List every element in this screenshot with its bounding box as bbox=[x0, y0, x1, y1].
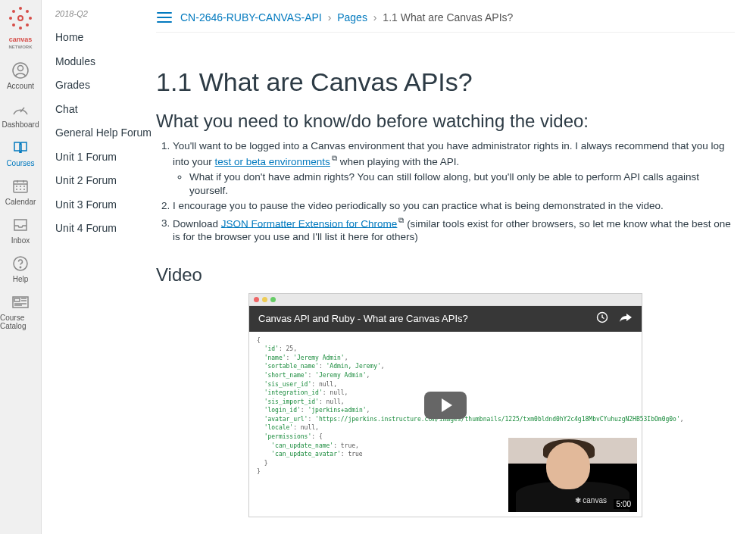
calendar-icon bbox=[11, 178, 30, 195]
window-close-dot bbox=[254, 297, 259, 302]
page-title: 1.1 What are Canvas APIs? bbox=[156, 67, 735, 97]
sidebar-item-general-help[interactable]: General Help Forum bbox=[55, 121, 152, 145]
inbox-icon bbox=[11, 217, 30, 233]
nav-courses[interactable]: Courses bbox=[0, 133, 41, 172]
video-heading: Video bbox=[156, 264, 735, 286]
global-nav: canvasNETWORK Account Dashboard Courses … bbox=[0, 0, 42, 534]
sidebar-item-unit2[interactable]: Unit 2 Forum bbox=[55, 169, 152, 193]
svg-point-0 bbox=[19, 7, 22, 10]
svg-rect-15 bbox=[14, 298, 20, 301]
nav-catalog[interactable]: Course Catalog bbox=[0, 288, 41, 335]
video-embed[interactable]: Canvas API and Ruby - What are Canvas AP… bbox=[248, 293, 642, 517]
user-circle-icon bbox=[11, 62, 30, 79]
sidebar-item-unit3[interactable]: Unit 3 Forum bbox=[55, 193, 152, 217]
crumb-course[interactable]: CN-2646-RUBY-CANVAS-API bbox=[180, 11, 322, 23]
sidebar-item-chat[interactable]: Chat bbox=[55, 98, 152, 122]
sidebar-item-modules[interactable]: Modules bbox=[55, 50, 152, 74]
preamble-heading: What you need to know/do before watching… bbox=[156, 111, 735, 132]
list-item: You'll want to be logged into a Canvas e… bbox=[173, 139, 735, 198]
nav-inbox[interactable]: Inbox bbox=[0, 211, 41, 249]
top-bar: CN-2646-RUBY-CANVAS-API › Pages › 1.1 Wh… bbox=[156, 0, 735, 33]
main-content: CN-2646-RUBY-CANVAS-API › Pages › 1.1 Wh… bbox=[152, 0, 756, 534]
course-term: 2018-Q2 bbox=[55, 9, 152, 18]
sidebar-item-unit4[interactable]: Unit 4 Forum bbox=[55, 217, 152, 241]
help-icon bbox=[11, 255, 30, 272]
hamburger-icon[interactable] bbox=[156, 11, 173, 24]
svg-point-2 bbox=[9, 17, 12, 20]
svg-point-3 bbox=[29, 17, 32, 20]
crumb-pages[interactable]: Pages bbox=[337, 11, 367, 23]
preamble-content: You'll want to be logged into a Canvas e… bbox=[156, 139, 735, 245]
watch-later-icon[interactable] bbox=[596, 311, 608, 326]
canvas-shirt-logo: canvas bbox=[575, 496, 607, 504]
breadcrumb: CN-2646-RUBY-CANVAS-API › Pages › 1.1 Wh… bbox=[180, 11, 513, 23]
catalog-icon bbox=[11, 294, 30, 311]
video-presenter-pip: canvas 5:00 bbox=[508, 438, 637, 512]
canvas-logo bbox=[5, 3, 36, 33]
svg-point-13 bbox=[20, 267, 20, 267]
external-link-icon: ⧉ bbox=[332, 154, 337, 162]
video-title-bar: Canvas API and Ruby - What are Canvas AP… bbox=[249, 306, 642, 332]
window-max-dot bbox=[270, 297, 276, 302]
svg-point-10 bbox=[18, 66, 23, 71]
speedometer-icon bbox=[11, 101, 30, 117]
svg-point-7 bbox=[26, 23, 29, 27]
browser-chrome bbox=[249, 294, 642, 306]
sidebar-item-grades[interactable]: Grades bbox=[55, 73, 152, 98]
nav-account[interactable]: Account bbox=[0, 56, 41, 95]
svg-point-4 bbox=[12, 10, 15, 13]
svg-point-8 bbox=[18, 16, 23, 20]
nav-help[interactable]: Help bbox=[0, 249, 41, 288]
nav-dashboard[interactable]: Dashboard bbox=[0, 95, 41, 133]
svg-point-5 bbox=[26, 10, 29, 13]
list-item: Download JSON Formatter Extension for Ch… bbox=[173, 215, 735, 245]
window-min-dot bbox=[262, 297, 267, 302]
sidebar-item-unit1[interactable]: Unit 1 Forum bbox=[55, 145, 152, 170]
crumb-current: 1.1 What are Canvas APIs? bbox=[383, 11, 513, 23]
share-icon[interactable] bbox=[619, 312, 633, 325]
link-json-formatter[interactable]: JSON Formatter Extension for Chrome bbox=[221, 217, 398, 229]
video-duration: 5:00 bbox=[614, 499, 634, 509]
logo-text: canvasNETWORK bbox=[9, 36, 33, 50]
svg-point-1 bbox=[19, 27, 22, 30]
sidebar-item-home[interactable]: Home bbox=[55, 26, 152, 50]
nav-calendar[interactable]: Calendar bbox=[0, 172, 41, 211]
list-item: I encourage you to pause the video perio… bbox=[173, 199, 735, 213]
link-test-beta-env[interactable]: test or beta environments bbox=[215, 156, 330, 167]
course-sidebar: 2018-Q2 Home Modules Grades Chat General… bbox=[42, 0, 152, 534]
video-title: Canvas API and Ruby - What are Canvas AP… bbox=[258, 313, 468, 324]
book-icon bbox=[11, 139, 30, 156]
list-subitem: What if you don't have admin rights? You… bbox=[189, 170, 735, 198]
course-nav-list: Home Modules Grades Chat General Help Fo… bbox=[55, 26, 152, 241]
svg-point-6 bbox=[12, 23, 15, 27]
play-button-icon[interactable] bbox=[424, 392, 467, 419]
